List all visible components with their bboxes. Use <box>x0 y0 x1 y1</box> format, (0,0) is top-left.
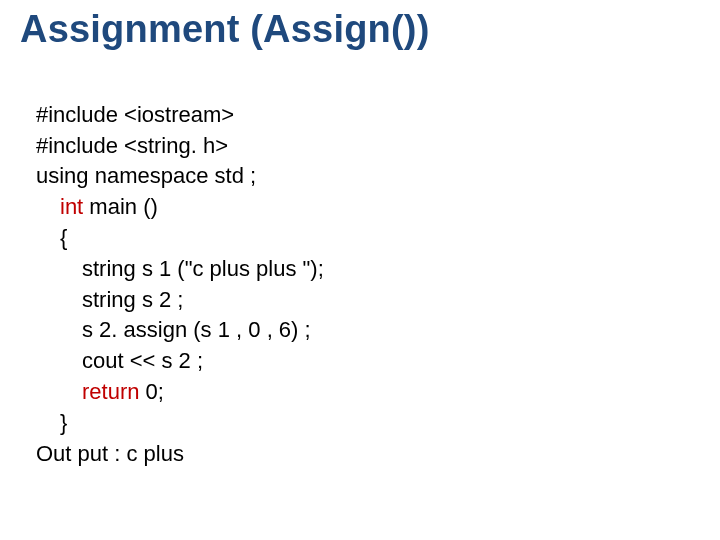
code-line: string s 2 ; <box>36 285 183 316</box>
code-line: cout << s 2 ; <box>36 346 203 377</box>
code-line: #include <iostream> <box>36 102 234 127</box>
code-text: main () <box>89 194 157 219</box>
slide: Assignment (Assign()) #include <iostream… <box>0 0 720 540</box>
slide-title: Assignment (Assign()) <box>20 8 700 51</box>
code-text: 0; <box>146 379 164 404</box>
code-line: { <box>36 223 67 254</box>
code-line: string s 1 ("c plus plus "); <box>36 254 324 285</box>
code-line: #include <string. h> <box>36 133 228 158</box>
code-line: return 0; <box>36 377 164 408</box>
code-line: int main () <box>36 192 158 223</box>
code-line: } <box>36 408 67 439</box>
code-line: using namespace std ; <box>36 163 256 188</box>
keyword-int: int <box>60 194 89 219</box>
code-block: #include <iostream> #include <string. h>… <box>20 69 700 500</box>
code-line: s 2. assign (s 1 , 0 , 6) ; <box>36 315 311 346</box>
output-line: Out put : c plus <box>36 441 184 466</box>
keyword-return: return <box>82 379 146 404</box>
